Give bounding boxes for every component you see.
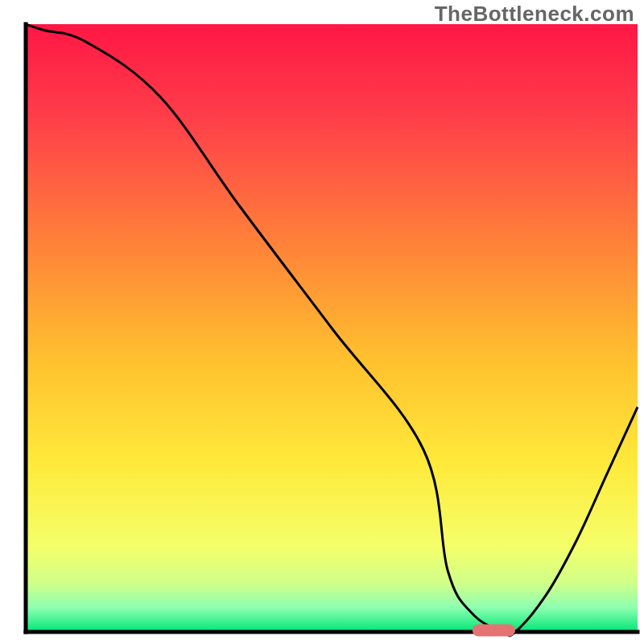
- bottleneck-marker: [473, 625, 515, 637]
- chart-container: TheBottleneck.com: [0, 0, 644, 644]
- bottleneck-chart: [0, 0, 644, 644]
- watermark-label: TheBottleneck.com: [435, 2, 634, 27]
